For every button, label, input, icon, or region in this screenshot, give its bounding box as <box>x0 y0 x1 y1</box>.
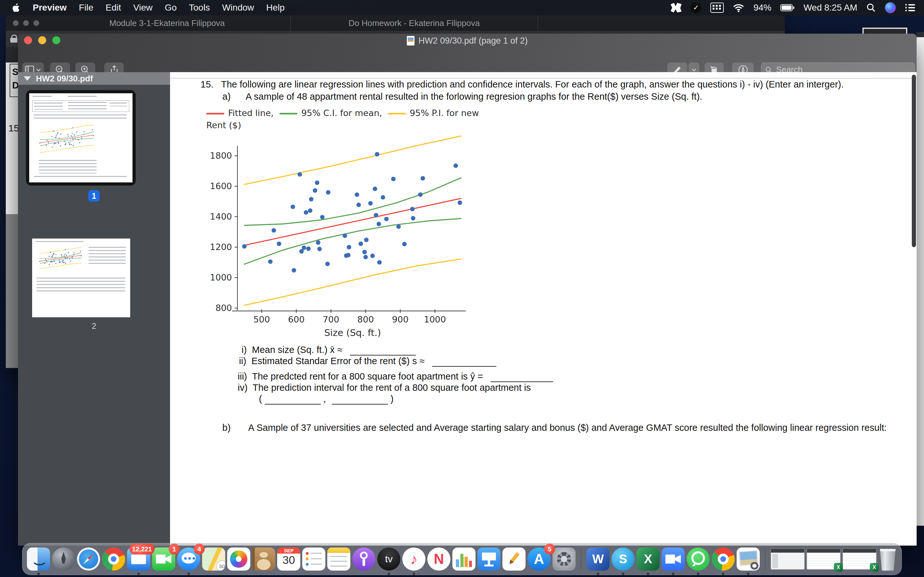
answer-blank[interactable] <box>491 372 553 382</box>
dock-item-keynote[interactable] <box>477 548 501 571</box>
dock-item-minimized-document[interactable] <box>771 548 804 570</box>
dock-item-minimized-excel-1[interactable]: X <box>806 548 841 570</box>
pdf-document-icon <box>407 36 415 45</box>
status-area: 94% Wed 8:25 AM <box>670 2 924 13</box>
chart-legend: Fitted line, 95% C.I. for mean, 95% P.I.… <box>206 108 479 118</box>
dock-item-messages[interactable]: 4 <box>177 548 200 571</box>
answer-blank[interactable] <box>350 345 416 356</box>
status-app-icon[interactable] <box>670 3 682 13</box>
menu-item-help[interactable]: Help <box>266 3 285 13</box>
page-2-label: 2 <box>92 322 96 331</box>
dock-item-trash[interactable] <box>879 548 897 571</box>
part-b-label: b) <box>222 422 231 433</box>
svg-text:Size (Sq. ft.): Size (Sq. ft.) <box>325 327 381 338</box>
running-indicator <box>697 572 699 575</box>
scrollbar-thumb[interactable] <box>912 75 916 247</box>
close-button[interactable] <box>24 36 32 44</box>
dock-item-calendar[interactable]: SEP30 <box>277 548 300 571</box>
dock-item-system-preferences[interactable] <box>552 548 575 571</box>
browser-tab-1[interactable]: Module 3-1-Ekaterina Filippova <box>44 15 291 31</box>
dock-item-notes[interactable] <box>327 548 351 571</box>
apple-menu-icon[interactable] <box>12 3 21 13</box>
sub-question-iv-blanks: ( , ) <box>259 394 394 405</box>
siri-icon[interactable] <box>885 2 896 13</box>
dock-item-photos[interactable] <box>227 548 250 571</box>
dock-item-excel[interactable]: X <box>636 548 660 571</box>
apple-tv-glyph: tv <box>377 548 401 571</box>
menu-item-edit[interactable]: Edit <box>105 3 121 13</box>
dock: 12,221143DSEP30tv♪NA5WSXXX <box>22 543 902 575</box>
page-1-thumbnail[interactable] <box>26 90 136 185</box>
running-indicator <box>722 572 724 575</box>
menu-item-window[interactable]: Window <box>222 3 254 13</box>
dock-item-facetime[interactable]: 1 <box>152 548 175 571</box>
lock-icon <box>10 35 17 43</box>
dock-item-pages[interactable] <box>502 548 525 571</box>
answer-blank[interactable] <box>332 394 388 405</box>
desktop: PreviewFileEditViewGoToolsWindowHelp 94%… <box>0 0 924 577</box>
menu-item-preview[interactable]: Preview <box>33 3 67 13</box>
dock-item-chrome-2[interactable] <box>712 548 735 571</box>
running-indicator <box>622 572 624 575</box>
dock-item-finder[interactable] <box>27 548 50 571</box>
browser-traffic-lights[interactable] <box>6 20 44 26</box>
notification-badge: 1 <box>169 544 180 554</box>
dock-item-reminders[interactable] <box>302 548 325 571</box>
part-b-text: A Sample of 37 universities are selected… <box>248 422 887 433</box>
notification-center-icon[interactable] <box>905 3 916 12</box>
sidebar-document-header[interactable]: HW2 09/30.pdf <box>18 72 170 85</box>
wifi-icon[interactable] <box>733 3 744 12</box>
dock-item-launchpad[interactable] <box>52 548 75 571</box>
menu-item-file[interactable]: File <box>79 3 94 13</box>
dock-item-zoom[interactable] <box>662 548 685 571</box>
answer-blank[interactable] <box>265 394 321 405</box>
legend-label: Fitted line, <box>228 108 274 118</box>
menu-item-go[interactable]: Go <box>165 3 176 13</box>
chevron-down-icon <box>36 68 41 72</box>
fitted-line-swatch <box>206 113 224 114</box>
dock-item-music[interactable]: ♪ <box>402 548 425 571</box>
svg-text:500: 500 <box>254 314 270 324</box>
zoom-button[interactable] <box>52 36 60 44</box>
dock-item-chrome[interactable] <box>102 548 125 571</box>
svg-text:600: 600 <box>288 314 305 324</box>
window-title: HW2 09/30.pdf (page 1 of 2) <box>418 36 528 46</box>
dock-item-mail[interactable]: 12,221 <box>127 548 150 571</box>
sub-question-iii: iii) The predcted rent for a 800 square … <box>238 371 553 382</box>
dock-item-whatsapp[interactable] <box>687 548 710 571</box>
excel-window-badge: X <box>870 563 879 572</box>
sub-question-i: i) Mean size (Sq. ft.) x̄ ≈ <box>242 345 416 356</box>
menu-item-tools[interactable]: Tools <box>189 3 210 13</box>
answer-blank[interactable] <box>432 356 496 367</box>
menu-items: PreviewFileEditViewGoToolsWindowHelp <box>0 3 284 13</box>
svg-text:1800: 1800 <box>210 151 232 161</box>
dock-item-contacts[interactable] <box>252 548 275 571</box>
menu-clock[interactable]: Wed 8:25 AM <box>803 3 857 13</box>
dock-item-skype[interactable]: S <box>612 548 635 571</box>
dock-item-news[interactable]: N <box>427 548 451 571</box>
dock-item-numbers[interactable] <box>452 548 475 571</box>
svg-text:1000: 1000 <box>424 314 446 324</box>
dock-item-apple-tv[interactable]: tv <box>377 548 401 571</box>
page-2-thumbnail[interactable] <box>32 238 131 318</box>
browser-tab-bar: Module 3-1-Ekaterina Filippova Do Homewo… <box>6 15 785 31</box>
title-bar[interactable]: HW2 09/30.pdf (page 1 of 2) <box>18 34 917 48</box>
keyboard-icon[interactable] <box>710 3 724 13</box>
dock-item-safari[interactable] <box>77 548 100 571</box>
dock-item-podcasts[interactable] <box>352 548 375 571</box>
dock-item-word[interactable]: W <box>586 548 610 571</box>
ci-mean-swatch <box>279 113 297 114</box>
chart-ylabel: Rent ($) <box>206 120 241 130</box>
shield-check-icon[interactable] <box>690 2 701 13</box>
running-indicator <box>597 572 599 575</box>
minimize-button[interactable] <box>38 36 46 44</box>
browser-tab-2[interactable]: Do Homework - Ekaterina Filippova <box>291 15 538 31</box>
dock-item-app-store[interactable]: A5 <box>527 548 551 571</box>
disclosure-triangle-icon[interactable] <box>24 76 31 81</box>
skype-glyph: S <box>612 548 635 571</box>
dock-item-preview[interactable] <box>737 548 760 571</box>
dock-item-maps[interactable]: 3D <box>202 548 225 571</box>
spotlight-icon[interactable] <box>866 3 876 13</box>
menu-item-view[interactable]: View <box>133 3 152 13</box>
dock-item-minimized-excel-2[interactable]: X <box>843 548 877 570</box>
